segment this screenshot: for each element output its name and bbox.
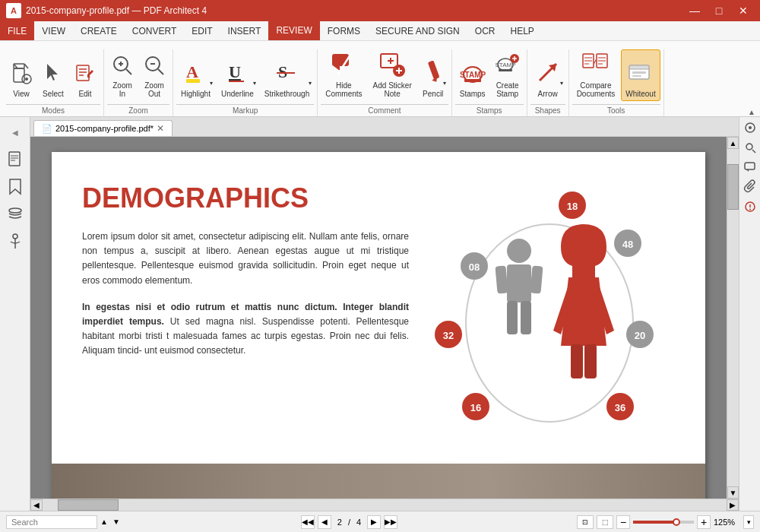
scroll-up-button[interactable]: ▲ bbox=[727, 137, 739, 149]
menu-help[interactable]: HELP bbox=[502, 21, 541, 40]
whiteout-button[interactable]: Whiteout bbox=[621, 49, 660, 101]
menu-insert[interactable]: INSERT bbox=[220, 21, 269, 40]
first-page-button[interactable]: ◀◀ bbox=[301, 515, 315, 529]
highlight-icon: A bbox=[185, 61, 206, 88]
sidebar-bookmark-button[interactable] bbox=[3, 175, 27, 199]
hide-comments-icon bbox=[331, 51, 356, 80]
svg-rect-70 bbox=[495, 265, 508, 293]
compare-documents-icon bbox=[581, 51, 610, 80]
zoom-dropdown-button[interactable]: ▾ bbox=[743, 515, 754, 529]
svg-rect-75 bbox=[584, 344, 597, 378]
sidebar-collapse-button[interactable]: ◀ bbox=[3, 120, 27, 144]
right-panel-search-button[interactable] bbox=[743, 140, 758, 155]
search-area: ▲ ▼ bbox=[6, 515, 122, 529]
next-page-button[interactable]: ▶ bbox=[367, 515, 381, 529]
tab-bar: 📄 2015-company-profile.pdf* ✕ bbox=[30, 117, 739, 137]
right-panel bbox=[739, 117, 760, 511]
horizontal-scrollbar[interactable]: ◀ ▶ bbox=[30, 499, 739, 511]
maximize-button[interactable]: □ bbox=[708, 3, 730, 18]
select-button[interactable]: Select bbox=[38, 49, 68, 101]
pencil-button[interactable]: Pencil bbox=[418, 49, 448, 101]
compare-documents-button[interactable]: CompareDocuments bbox=[572, 49, 620, 101]
menu-forms[interactable]: FORMS bbox=[320, 21, 368, 40]
svg-point-5 bbox=[25, 78, 28, 81]
menu-view[interactable]: VIEW bbox=[34, 21, 73, 40]
svg-rect-33 bbox=[428, 60, 440, 79]
menu-convert[interactable]: CONVERT bbox=[125, 21, 184, 40]
zoom-in-button[interactable]: ZoomIn bbox=[107, 49, 138, 101]
total-pages: 4 bbox=[353, 518, 364, 527]
scroll-left-button[interactable]: ◀ bbox=[30, 499, 43, 511]
svg-rect-57 bbox=[632, 71, 646, 74]
highlight-button[interactable]: A Highlight bbox=[176, 49, 215, 101]
edit-button[interactable]: Edit bbox=[70, 49, 100, 101]
right-panel-comment-button[interactable] bbox=[743, 160, 758, 175]
svg-line-94 bbox=[752, 150, 755, 153]
right-panel-settings-button[interactable] bbox=[743, 120, 758, 135]
scroll-thumb[interactable] bbox=[727, 164, 739, 210]
add-sticker-button[interactable]: Add StickerNote bbox=[369, 49, 416, 101]
document-tab[interactable]: 📄 2015-company-profile.pdf* ✕ bbox=[33, 120, 173, 136]
close-button[interactable]: ✕ bbox=[733, 3, 754, 18]
menu-edit[interactable]: EDIT bbox=[184, 21, 220, 40]
zoom-slider-thumb[interactable] bbox=[673, 518, 680, 526]
pencil-icon bbox=[423, 59, 444, 88]
zoom-group-label: Zoom bbox=[107, 104, 169, 116]
pdf-text-area: DEMOGRAPHICS Lorem ipsum dolor sit amet,… bbox=[82, 182, 409, 441]
search-arrow-down[interactable]: ▼ bbox=[111, 518, 122, 526]
select-label: Select bbox=[43, 90, 64, 98]
zoom-slider[interactable] bbox=[633, 521, 694, 524]
create-stamp-button[interactable]: STAMP CreateStamp bbox=[492, 49, 524, 101]
svg-point-76 bbox=[573, 235, 594, 256]
last-page-button[interactable]: ▶▶ bbox=[384, 515, 397, 529]
fit-width-button[interactable]: ⬚ bbox=[597, 515, 613, 529]
ribbon-collapse-button[interactable]: ▲ bbox=[746, 108, 757, 116]
modes-group-label: Modes bbox=[6, 104, 100, 116]
sidebar-layers-button[interactable] bbox=[3, 202, 27, 226]
menu-file[interactable]: FILE bbox=[0, 21, 34, 40]
zoom-in-status-button[interactable]: + bbox=[697, 515, 711, 529]
menu-review[interactable]: REVIEW bbox=[268, 21, 319, 40]
zoom-out-button[interactable]: ZoomOut bbox=[139, 49, 169, 101]
svg-rect-58 bbox=[632, 75, 641, 77]
underline-icon: U bbox=[227, 61, 247, 88]
right-panel-alert-button[interactable] bbox=[743, 199, 758, 214]
tab-close-button[interactable]: ✕ bbox=[157, 123, 164, 134]
arrow-button[interactable]: Arrow bbox=[530, 49, 565, 101]
pdf-body2: In egestas nisi et odio rutrum et mattis… bbox=[82, 300, 409, 359]
zoom-slider-fill bbox=[633, 521, 676, 524]
menu-ocr[interactable]: OCR bbox=[467, 21, 503, 40]
prev-page-button[interactable]: ◀ bbox=[318, 515, 331, 529]
menu-secure[interactable]: SECURE AND SIGN bbox=[368, 21, 467, 40]
title-bar: A 2015-company-profile.pdf — PDF Archite… bbox=[0, 0, 760, 21]
title-bar-controls[interactable]: — □ ✕ bbox=[684, 3, 754, 18]
scroll-down-button[interactable]: ▼ bbox=[727, 486, 739, 499]
search-input[interactable] bbox=[6, 515, 97, 529]
minimize-button[interactable]: — bbox=[684, 3, 705, 18]
pdf-content: DEMOGRAPHICS Lorem ipsum dolor sit amet,… bbox=[52, 152, 705, 456]
svg-rect-40 bbox=[499, 69, 512, 71]
add-sticker-icon bbox=[379, 51, 405, 80]
right-panel-attachment-button[interactable] bbox=[743, 179, 758, 195]
zoom-out-status-button[interactable]: − bbox=[616, 515, 630, 529]
view-button[interactable]: View bbox=[6, 49, 36, 101]
zoom-level: 125% bbox=[714, 518, 740, 527]
scroll-h-thumb[interactable] bbox=[58, 499, 119, 511]
svg-marker-63 bbox=[10, 179, 21, 194]
svg-rect-7 bbox=[77, 65, 89, 81]
vertical-scrollbar[interactable]: ▲ ▼ bbox=[727, 137, 739, 499]
scroll-right-button[interactable]: ▶ bbox=[727, 499, 739, 511]
menu-create[interactable]: CREATE bbox=[73, 21, 125, 40]
stamps-button[interactable]: STAMP Stamps bbox=[455, 49, 490, 101]
fit-page-button[interactable]: ⊡ bbox=[577, 515, 594, 529]
scroll-area[interactable]: DEMOGRAPHICS Lorem ipsum dolor sit amet,… bbox=[30, 137, 727, 499]
sidebar-page-view-button[interactable] bbox=[3, 147, 27, 172]
search-arrow-up[interactable]: ▲ bbox=[99, 518, 109, 526]
status-left: ▲ ▼ bbox=[6, 515, 122, 529]
zoom-in-icon bbox=[112, 54, 133, 80]
sidebar-anchor-button[interactable] bbox=[3, 230, 27, 254]
svg-text:U: U bbox=[229, 62, 241, 81]
hide-comments-button[interactable]: HideComments bbox=[321, 49, 366, 101]
strikethrough-button[interactable]: S Strikethrough bbox=[260, 49, 314, 101]
underline-button[interactable]: U Underline bbox=[217, 49, 258, 101]
